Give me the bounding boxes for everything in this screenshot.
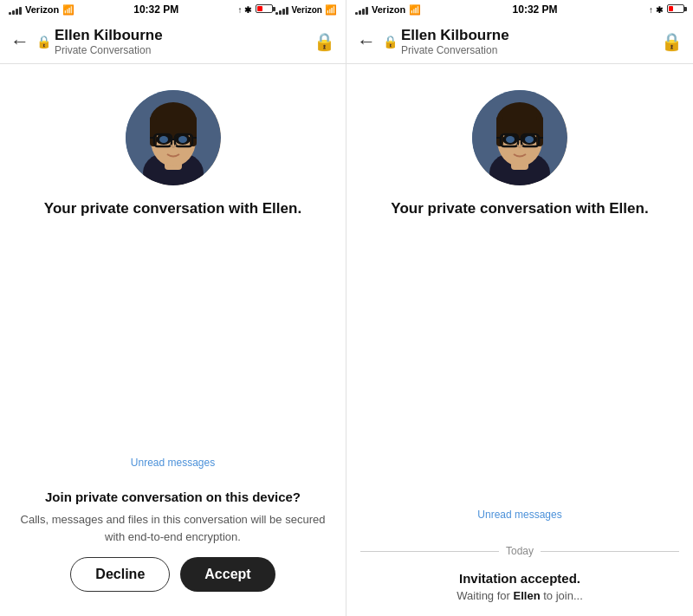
- header-title-left: Ellen Kilbourne Private Conversation: [55, 27, 314, 56]
- status-left-right: Verizon 📶: [355, 4, 421, 16]
- header-action-right[interactable]: 🔒: [661, 31, 683, 52]
- today-divider: Today: [360, 545, 679, 557]
- invitation-name: Ellen: [514, 589, 541, 602]
- today-line-right: [541, 551, 679, 552]
- status-right-left: ↑ ✱ Verizon 📶: [237, 4, 337, 16]
- wave-right-left: [222, 459, 332, 466]
- bluetooth-icon-right: ✱: [656, 5, 663, 15]
- join-dialog: Join private conversation on this device…: [14, 484, 332, 602]
- left-panel: Verizon 📶 10:32 PM ↑ ✱ Verizon 📶: [0, 0, 346, 616]
- lock-icon-left: 🔒: [36, 35, 51, 49]
- back-button-left[interactable]: ←: [10, 30, 29, 53]
- wifi-icon-right: 📶: [409, 4, 421, 16]
- time-right: 10:32 PM: [513, 3, 558, 16]
- status-bar-left: Verizon 📶 10:32 PM ↑ ✱ Verizon 📶: [0, 0, 346, 19]
- battery-icon-left: [254, 4, 273, 15]
- carrier-right: Verizon: [372, 4, 405, 15]
- svg-point-11: [178, 136, 187, 143]
- conversation-type-right: Private Conversation: [401, 44, 661, 56]
- avatar-container-right: [472, 90, 567, 185]
- invitation-title: Invitation accepted.: [360, 571, 679, 586]
- today-line-left: [360, 551, 499, 552]
- avatar-container-left: [126, 90, 221, 185]
- lock-icon-right: 🔒: [383, 35, 398, 49]
- signal-icon-left2: [275, 4, 288, 15]
- chat-content-right: Your private conversation with Ellen. Un…: [346, 64, 693, 526]
- bottom-area-right: Today Invitation accepted. Waiting for E…: [346, 526, 693, 616]
- wifi-icon-left: 📶: [62, 4, 74, 16]
- join-title: Join private conversation on this device…: [14, 488, 332, 506]
- carrier-left2: Verizon: [291, 5, 322, 15]
- status-right-right: ↑ ✱: [649, 4, 684, 15]
- svg-point-10: [159, 136, 168, 143]
- bluetooth-icon-left: ✱: [244, 5, 251, 15]
- nav-header-left: ← 🔒 Ellen Kilbourne Private Conversation…: [0, 19, 346, 64]
- signal-icon-right: [355, 4, 368, 15]
- conversation-type-left: Private Conversation: [55, 44, 314, 56]
- chat-content-left: Your private conversation with Ellen. Un…: [0, 64, 346, 474]
- arrow-icon-left: ↑: [237, 5, 242, 15]
- arrow-icon-right: ↑: [649, 5, 653, 15]
- conversation-intro-left: Your private conversation with Ellen.: [44, 199, 301, 218]
- unread-label-left: Unread messages: [124, 457, 222, 469]
- invitation-subtitle: Waiting for Ellen to join...: [360, 589, 679, 602]
- dialog-buttons: Decline Accept: [14, 557, 332, 592]
- wave-left-left: [14, 459, 124, 466]
- today-label: Today: [506, 545, 534, 557]
- invitation-suffix: to join...: [543, 589, 583, 602]
- avatar-right: [472, 90, 567, 185]
- svg-point-28: [525, 136, 534, 143]
- avatar-left: [126, 90, 221, 185]
- battery-icon-right: [665, 4, 684, 15]
- unread-label-right: Unread messages: [470, 509, 568, 521]
- invitation-sub-text: Waiting for: [457, 589, 510, 602]
- decline-button[interactable]: Decline: [70, 557, 170, 592]
- signal-icon: [9, 4, 22, 15]
- svg-point-27: [506, 136, 515, 143]
- wave-left-right: [360, 511, 470, 518]
- status-left: Verizon 📶: [9, 4, 74, 16]
- time-left: 10:32 PM: [133, 3, 178, 16]
- header-title-right: Ellen Kilbourne Private Conversation: [401, 27, 661, 56]
- invitation-message: Invitation accepted. Waiting for Ellen t…: [360, 571, 679, 602]
- header-action-left[interactable]: 🔒: [314, 31, 335, 52]
- right-panel: Verizon 📶 10:32 PM ↑ ✱ ← 🔒 Ellen Kilbour…: [346, 0, 693, 616]
- back-button-right[interactable]: ←: [357, 30, 376, 53]
- wifi-icon-left2: 📶: [325, 4, 337, 16]
- contact-name-left: Ellen Kilbourne: [55, 27, 314, 44]
- conversation-intro-right: Your private conversation with Ellen.: [391, 199, 648, 218]
- contact-name-right: Ellen Kilbourne: [401, 27, 661, 44]
- accept-button[interactable]: Accept: [180, 557, 275, 592]
- nav-header-right: ← 🔒 Ellen Kilbourne Private Conversation…: [346, 19, 693, 64]
- join-desc: Calls, messages and files in this conver…: [14, 511, 332, 545]
- unread-divider-left: Unread messages: [14, 451, 332, 474]
- wave-right-right: [569, 511, 679, 518]
- carrier-left: Verizon: [25, 4, 59, 15]
- unread-divider-right: Unread messages: [360, 503, 679, 526]
- status-bar-right: Verizon 📶 10:32 PM ↑ ✱: [346, 0, 693, 19]
- bottom-area-left: Join private conversation on this device…: [0, 474, 346, 616]
